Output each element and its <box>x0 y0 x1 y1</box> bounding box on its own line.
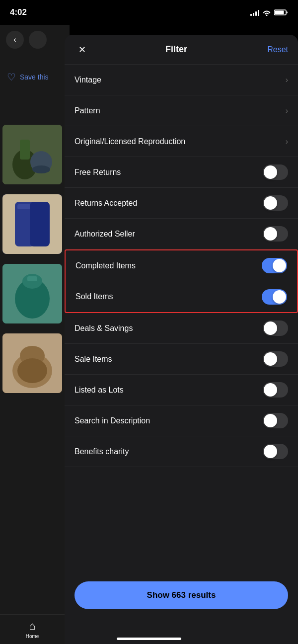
toggle-knob-deals-savings <box>264 322 277 335</box>
filter-title: Filter <box>89 44 263 55</box>
filter-label-free-returns: Free Returns <box>74 168 121 177</box>
toggle-knob-returns-accepted <box>264 196 277 210</box>
filter-label-benefits-charity: Benefits charity <box>74 447 129 456</box>
thumbnail-4[interactable] <box>2 333 62 393</box>
bottom-nav: ⌂ Home <box>0 614 65 644</box>
filter-label-pattern: Pattern <box>74 106 100 115</box>
toggle-knob-sold-items <box>273 290 286 304</box>
status-time: 4:02 <box>10 7 27 17</box>
chevron-icon: › <box>286 106 288 115</box>
nav-bar: ‹ <box>0 25 70 55</box>
toggle-knob-completed-items <box>273 259 286 272</box>
home-label: Home <box>26 634 39 639</box>
filter-item-sale-items[interactable]: Sale Items <box>65 344 298 375</box>
filter-item-benefits-charity[interactable]: Benefits charity <box>65 436 298 467</box>
wifi-icon <box>262 9 271 16</box>
svg-point-6 <box>32 165 50 173</box>
filter-item-original[interactable]: Original/Licensed Reproduction› <box>65 126 298 157</box>
filter-label-listed-as-lots: Listed as Lots <box>74 386 124 395</box>
filter-panel: ✕ Filter Reset Vintage›Pattern›Original/… <box>65 35 298 644</box>
filter-item-listed-as-lots[interactable]: Listed as Lots <box>65 375 298 405</box>
toggle-knob-listed-as-lots <box>264 383 277 397</box>
toggle-sold-items[interactable] <box>262 289 287 305</box>
save-this-label: Save this <box>20 73 49 81</box>
battery-icon <box>274 9 288 16</box>
thumbnail-1[interactable] <box>2 125 62 184</box>
filter-item-returns-accepted[interactable]: Returns Accepted <box>65 188 298 219</box>
svg-rect-10 <box>30 202 50 246</box>
toggle-search-in-description[interactable] <box>263 413 288 428</box>
toggle-sale-items[interactable] <box>263 351 288 367</box>
status-bar: 4:02 <box>0 0 298 25</box>
show-results-container: Show 663 results <box>65 576 298 614</box>
signal-icon <box>250 9 259 16</box>
chevron-icon: › <box>286 137 288 146</box>
filter-item-sold-items[interactable]: Sold Items <box>66 281 297 312</box>
filter-item-search-in-description[interactable]: Search in Description <box>65 405 298 436</box>
toggle-deals-savings[interactable] <box>263 321 288 336</box>
filter-label-deals-savings: Deals & Savings <box>74 324 133 333</box>
filter-item-free-returns[interactable]: Free Returns <box>65 157 298 188</box>
filter-label-sale-items: Sale Items <box>74 355 112 364</box>
thumbnail-3[interactable] <box>2 264 62 323</box>
filter-item-vintage[interactable]: Vintage› <box>65 65 298 95</box>
toggle-listed-as-lots[interactable] <box>263 382 288 398</box>
filter-label-completed-items: Completed Items <box>75 261 136 270</box>
home-icon: ⌂ <box>29 620 35 633</box>
status-icons <box>250 9 288 16</box>
toggle-completed-items[interactable] <box>262 258 287 273</box>
filter-label-vintage: Vintage <box>74 76 101 84</box>
close-button[interactable]: ✕ <box>74 42 89 57</box>
filter-label-search-in-description: Search in Description <box>74 416 150 425</box>
back-button[interactable]: ‹ <box>6 31 24 49</box>
svg-rect-14 <box>27 276 37 281</box>
toggle-knob-sale-items <box>264 352 277 366</box>
show-results-button[interactable]: Show 663 results <box>74 581 288 609</box>
heart-icon: ♡ <box>7 71 16 83</box>
toggle-benefits-charity[interactable] <box>263 444 288 459</box>
svg-point-18 <box>17 358 47 383</box>
filter-label-returns-accepted: Returns Accepted <box>74 199 137 208</box>
filter-item-pattern[interactable]: Pattern› <box>65 95 298 126</box>
toggle-returns-accepted[interactable] <box>263 195 288 211</box>
toggle-authorized-seller[interactable] <box>263 226 288 242</box>
filter-header: ✕ Filter Reset <box>65 35 298 65</box>
toggle-knob-search-in-description <box>264 414 277 427</box>
home-indicator <box>117 638 181 640</box>
reset-button[interactable]: Reset <box>263 45 288 54</box>
filter-item-completed-items[interactable]: Completed Items <box>66 250 297 281</box>
filter-item-deals-savings[interactable]: Deals & Savings <box>65 313 298 344</box>
filter-list: Vintage›Pattern›Original/Licensed Reprod… <box>65 65 298 644</box>
filter-label-authorized-seller: Authorized Seller <box>74 230 135 239</box>
svg-rect-1 <box>275 11 284 14</box>
toggle-knob-authorized-seller <box>264 227 277 241</box>
filter-label-original: Original/Licensed Reproduction <box>74 137 185 146</box>
filter-item-authorized-seller[interactable]: Authorized Seller <box>65 219 298 249</box>
chevron-icon: › <box>286 76 288 84</box>
svg-rect-4 <box>20 140 30 160</box>
filter-label-sold-items: Sold Items <box>75 292 113 301</box>
thumbnail-2[interactable] <box>2 194 62 254</box>
toggle-knob-free-returns <box>264 165 277 179</box>
highlighted-group: Completed ItemsSold Items <box>65 249 298 313</box>
nav-circle <box>29 31 47 49</box>
toggle-knob-benefits-charity <box>264 445 277 458</box>
save-this-bar[interactable]: ♡ Save this <box>0 65 65 89</box>
toggle-free-returns[interactable] <box>263 164 288 180</box>
show-results-label: Show 663 results <box>147 590 216 600</box>
